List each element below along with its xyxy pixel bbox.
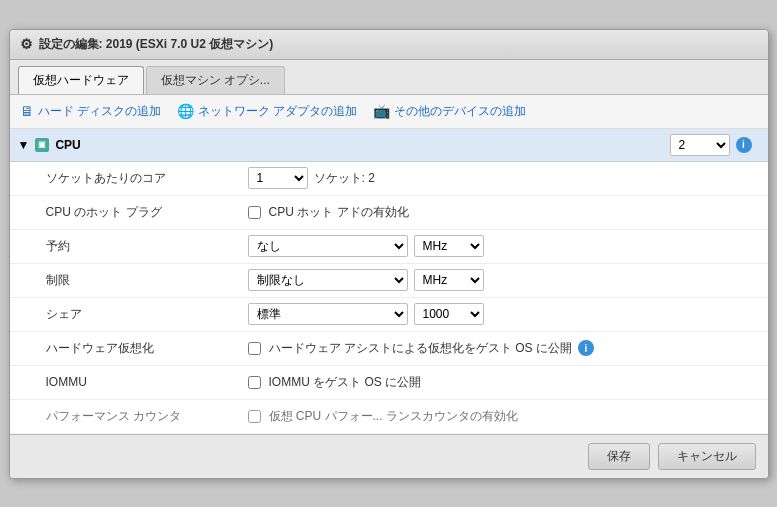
socket-per-core-label: ソケットあたりのコア — [10, 166, 240, 191]
perf-counter-label: パフォーマンス カウンタ — [10, 404, 240, 429]
cpu-section-header: ▼ ▣ CPU 1 2 4 8 16 i — [10, 129, 768, 162]
socket-per-core-content: 1 2 4 ソケット: 2 — [240, 163, 768, 193]
socket-per-core-select[interactable]: 1 2 4 — [248, 167, 308, 189]
tab-vm-options[interactable]: 仮想マシン オプシ... — [146, 66, 285, 94]
limit-row: 制限 制限なし 1000 2000 MHz GHz — [10, 264, 768, 298]
hw-virt-label: ハードウェア仮想化 — [10, 336, 240, 361]
cpu-count-controls: 1 2 4 8 16 i — [670, 134, 760, 156]
main-window: ⚙ 設定の編集: 2019 (ESXi 7.0 U2 仮想マシン) 仮想ハードウ… — [9, 29, 769, 479]
iommu-checkbox[interactable] — [248, 376, 261, 389]
limit-content: 制限なし 1000 2000 MHz GHz — [240, 265, 768, 295]
socket-info-text: ソケット: 2 — [314, 170, 375, 187]
share-label: シェア — [10, 302, 240, 327]
save-button[interactable]: 保存 — [588, 443, 650, 470]
reservation-label: 予約 — [10, 234, 240, 259]
hw-virt-checkbox[interactable] — [248, 342, 261, 355]
footer: 保存 キャンセル — [10, 434, 768, 478]
cpu-hot-plug-checkbox-label[interactable]: CPU ホット アドの有効化 — [248, 204, 409, 221]
iommu-row: IOMMU IOMMU をゲスト OS に公開 — [10, 366, 768, 400]
hw-virt-info-icon[interactable]: i — [578, 340, 594, 356]
hw-virt-row: ハードウェア仮想化 ハードウェア アシストによる仮想化をゲスト OS に公開 i — [10, 332, 768, 366]
cpu-count-select[interactable]: 1 2 4 8 16 — [670, 134, 730, 156]
network-icon: 🌐 — [177, 103, 194, 119]
share-select[interactable]: 低 標準 高 カスタム — [248, 303, 408, 325]
cpu-toggle[interactable]: ▼ — [18, 138, 30, 152]
iommu-label: IOMMU — [10, 371, 240, 393]
perf-counter-row: パフォーマンス カウンタ 仮想 CPU パフォー... ランスカウンタの有効化 — [10, 400, 768, 434]
reservation-unit-select[interactable]: MHz GHz — [414, 235, 484, 257]
hw-virt-content: ハードウェア アシストによる仮想化をゲスト OS に公開 i — [240, 336, 768, 361]
cpu-hot-plug-row: CPU のホット プラグ CPU ホット アドの有効化 — [10, 196, 768, 230]
reservation-select[interactable]: なし 1000 2000 — [248, 235, 408, 257]
cpu-hot-plug-label: CPU のホット プラグ — [10, 200, 240, 225]
window-title: 設定の編集: 2019 (ESXi 7.0 U2 仮想マシン) — [39, 36, 274, 53]
window-icon: ⚙ — [20, 36, 33, 52]
add-hdd-button[interactable]: 🖥 ハード ディスクの追加 — [20, 103, 161, 120]
iommu-checkbox-label[interactable]: IOMMU をゲスト OS に公開 — [248, 374, 422, 391]
tab-virtual-hw[interactable]: 仮想ハードウェア — [18, 66, 144, 94]
reservation-content: なし 1000 2000 MHz GHz — [240, 231, 768, 261]
socket-per-core-row: ソケットあたりのコア 1 2 4 ソケット: 2 — [10, 162, 768, 196]
iommu-content: IOMMU をゲスト OS に公開 — [240, 370, 768, 395]
cpu-hot-plug-checkbox[interactable] — [248, 206, 261, 219]
cancel-button[interactable]: キャンセル — [658, 443, 756, 470]
limit-select[interactable]: 制限なし 1000 2000 — [248, 269, 408, 291]
share-row: シェア 低 標準 高 カスタム 1000 — [10, 298, 768, 332]
perf-counter-checkbox[interactable] — [248, 410, 261, 423]
toolbar: 🖥 ハード ディスクの追加 🌐 ネットワーク アダプタの追加 📺 その他のデバイ… — [10, 95, 768, 129]
limit-label: 制限 — [10, 268, 240, 293]
hdd-icon: 🖥 — [20, 103, 34, 119]
device-icon: 📺 — [373, 103, 390, 119]
perf-counter-content: 仮想 CPU パフォー... ランスカウンタの有効化 — [240, 404, 768, 429]
cpu-label: CPU — [55, 138, 80, 152]
share-content: 低 標準 高 カスタム 1000 — [240, 299, 768, 329]
tab-bar: 仮想ハードウェア 仮想マシン オプシ... — [10, 60, 768, 95]
reservation-row: 予約 なし 1000 2000 MHz GHz — [10, 230, 768, 264]
cpu-hot-plug-content: CPU ホット アドの有効化 — [240, 200, 768, 225]
content-area: ▼ ▣ CPU 1 2 4 8 16 i ソケットあたりのコア 1 2 — [10, 129, 768, 434]
cpu-icon: ▣ — [35, 138, 49, 152]
add-network-button[interactable]: 🌐 ネットワーク アダプタの追加 — [177, 103, 357, 120]
hw-virt-checkbox-label[interactable]: ハードウェア アシストによる仮想化をゲスト OS に公開 — [248, 340, 572, 357]
share-num-select[interactable]: 1000 — [414, 303, 484, 325]
cpu-info-icon[interactable]: i — [736, 137, 752, 153]
limit-unit-select[interactable]: MHz GHz — [414, 269, 484, 291]
perf-counter-checkbox-label[interactable]: 仮想 CPU パフォー... ランスカウンタの有効化 — [248, 408, 518, 425]
add-other-button[interactable]: 📺 その他のデバイスの追加 — [373, 103, 526, 120]
title-bar: ⚙ 設定の編集: 2019 (ESXi 7.0 U2 仮想マシン) — [10, 30, 768, 60]
